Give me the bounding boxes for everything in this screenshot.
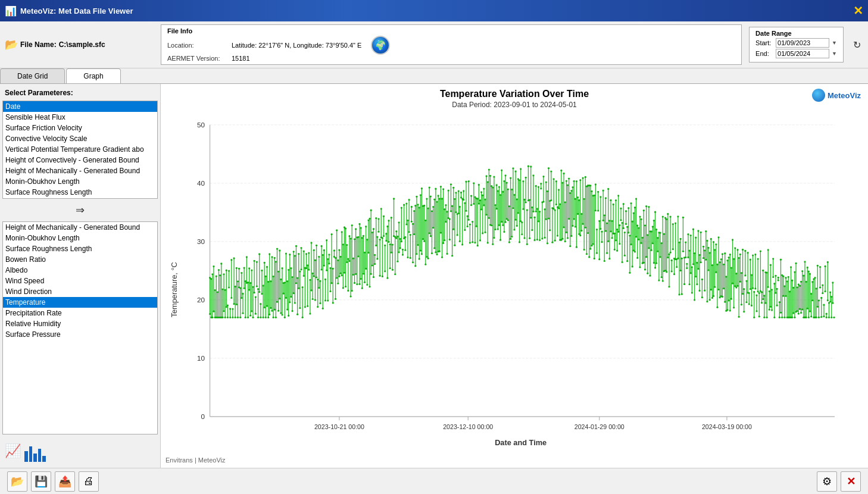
tab-date-grid[interactable]: Date Grid [0, 68, 65, 83]
list-item[interactable]: Surface Friction Velocity [3, 123, 157, 133]
svg-point-894 [577, 196, 579, 198]
list-item[interactable]: Surface Roughness Length [3, 187, 157, 198]
svg-point-243 [302, 286, 304, 288]
start-date-arrow[interactable]: ▼ [832, 40, 837, 46]
svg-point-816 [544, 208, 546, 210]
svg-point-91 [237, 317, 239, 318]
transfer-arrow[interactable]: ⇒ [2, 201, 158, 219]
start-date-input[interactable] [776, 38, 829, 48]
list-item[interactable]: Height of Mechanically - Generated Bound [3, 222, 157, 233]
svg-point-660 [478, 184, 480, 186]
close-button[interactable]: ✕ [853, 5, 863, 17]
svg-point-1081 [655, 262, 657, 264]
svg-point-508 [413, 233, 415, 235]
svg-point-571 [440, 232, 442, 233]
svg-point-1392 [788, 276, 789, 278]
parameters-list[interactable]: DateSensible Heat FluxSurface Friction V… [2, 101, 158, 199]
svg-point-1375 [780, 312, 782, 314]
svg-point-615 [459, 206, 461, 208]
list-item[interactable]: Relative Humidity [3, 318, 157, 329]
svg-point-414 [374, 254, 376, 256]
selected-parameters-list[interactable]: Height of Mechanically - Generated Bound… [2, 221, 158, 434]
svg-point-1369 [778, 279, 779, 281]
svg-point-36 [214, 289, 216, 291]
svg-point-579 [444, 208, 445, 210]
svg-point-1245 [725, 276, 727, 277]
list-item[interactable]: Precipitation Rate [3, 308, 157, 318]
settings-button[interactable]: ⚙ [817, 471, 837, 492]
list-item[interactable]: Albedo [3, 265, 157, 276]
svg-point-381 [360, 227, 362, 229]
list-item[interactable]: Temperature [3, 297, 157, 308]
svg-point-1153 [686, 267, 688, 269]
svg-point-945 [598, 220, 600, 222]
save-button[interactable]: 💾 [31, 471, 51, 492]
list-item[interactable]: Height of Mechanically - Generated Bound [3, 165, 157, 176]
svg-point-556 [433, 247, 435, 249]
svg-point-772 [525, 201, 527, 203]
svg-point-108 [245, 280, 246, 282]
svg-point-340 [342, 287, 344, 289]
svg-point-1074 [653, 220, 655, 221]
svg-point-349 [346, 261, 348, 263]
svg-point-676 [484, 232, 486, 233]
svg-point-387 [363, 235, 364, 237]
refresh-button[interactable]: ↻ [851, 38, 863, 52]
list-item[interactable]: Date [3, 101, 157, 112]
svg-point-1005 [624, 232, 626, 233]
svg-point-388 [363, 273, 364, 274]
list-item[interactable]: Surface Pressure [3, 329, 157, 340]
svg-point-586 [446, 253, 448, 255]
svg-point-583 [445, 221, 447, 223]
list-item[interactable]: Sensible Heat Flux [3, 112, 157, 123]
list-item[interactable]: Surface Roughness Length [3, 243, 157, 254]
tab-graph[interactable]: Graph [66, 68, 120, 83]
svg-point-352 [347, 290, 349, 292]
list-item[interactable]: Bowen Ratio [3, 198, 157, 199]
svg-point-130 [254, 292, 255, 293]
open-button[interactable]: 📂 [7, 471, 27, 492]
svg-point-492 [407, 220, 408, 221]
svg-point-348 [346, 244, 348, 246]
svg-point-1240 [723, 287, 725, 289]
svg-point-214 [289, 301, 291, 303]
list-item[interactable]: Height of Convectively - Generated Bound [3, 155, 157, 165]
print-button[interactable]: 🖨 [79, 471, 99, 492]
svg-point-1002 [623, 203, 625, 205]
svg-point-1063 [648, 247, 650, 249]
list-item[interactable]: Vertical Potential Temperature Gradient … [3, 144, 157, 155]
svg-point-900 [579, 179, 581, 181]
list-item[interactable]: Wind Speed [3, 276, 157, 286]
list-item[interactable]: Monin-Obukhov Length [3, 233, 157, 243]
export-button[interactable]: 📤 [55, 471, 75, 492]
svg-point-1275 [738, 257, 740, 259]
end-date-input[interactable] [776, 49, 829, 58]
svg-point-1213 [711, 297, 713, 299]
list-item[interactable]: Monin-Obukhov Length [3, 176, 157, 187]
svg-point-882 [572, 186, 573, 188]
svg-point-1401 [791, 280, 793, 282]
svg-point-895 [577, 213, 579, 215]
svg-point-339 [342, 243, 344, 245]
svg-point-1042 [639, 266, 641, 268]
svg-point-1242 [724, 252, 726, 254]
svg-point-463 [394, 273, 396, 275]
svg-point-819 [545, 181, 547, 183]
file-path: C:\sample.sfc [59, 40, 105, 49]
list-item[interactable]: Bowen Ratio [3, 254, 157, 265]
end-date-arrow[interactable]: ▼ [832, 51, 837, 57]
svg-point-1225 [716, 307, 718, 308]
svg-point-787 [531, 229, 533, 231]
svg-point-1236 [722, 253, 723, 255]
svg-point-459 [393, 198, 395, 199]
list-item[interactable]: Wind Direction [3, 286, 157, 297]
svg-point-864 [564, 201, 566, 203]
svg-point-196 [281, 314, 283, 315]
svg-point-564 [438, 195, 439, 196]
list-item[interactable]: Convective Velocity Scale [3, 133, 157, 144]
svg-point-207 [286, 280, 288, 282]
meteo-logo-icon [812, 89, 825, 102]
svg-point-240 [300, 247, 302, 249]
close-app-button[interactable]: ✕ [841, 471, 861, 492]
svg-point-450 [389, 243, 391, 245]
